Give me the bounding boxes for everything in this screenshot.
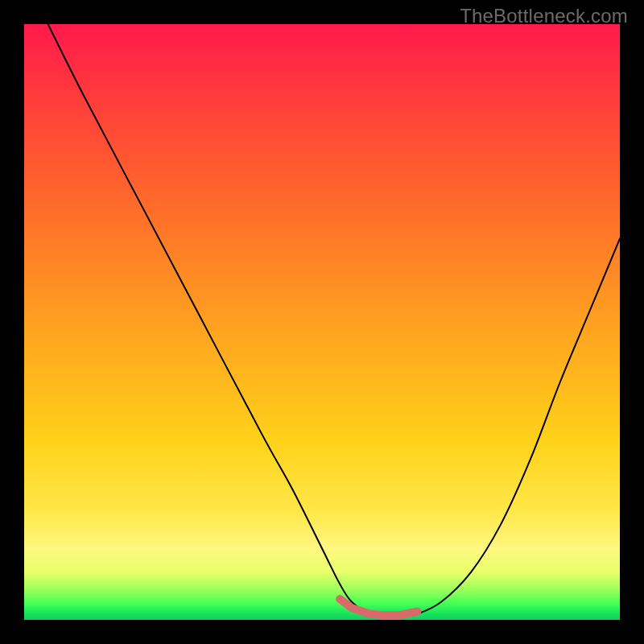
plot-area — [24, 24, 620, 620]
chart-frame: TheBottleneck.com — [0, 0, 644, 644]
curve-layer — [24, 24, 620, 620]
bottleneck-curve — [48, 24, 620, 617]
